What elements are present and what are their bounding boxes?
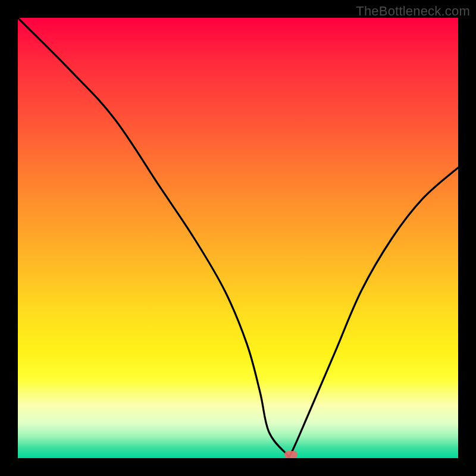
plot-area xyxy=(18,18,458,458)
attribution-watermark: TheBottleneck.com xyxy=(356,4,470,19)
selected-point-marker xyxy=(284,451,298,458)
chart-frame: TheBottleneck.com xyxy=(0,0,476,476)
bottleneck-curve xyxy=(18,18,458,458)
curve-path xyxy=(18,18,458,458)
